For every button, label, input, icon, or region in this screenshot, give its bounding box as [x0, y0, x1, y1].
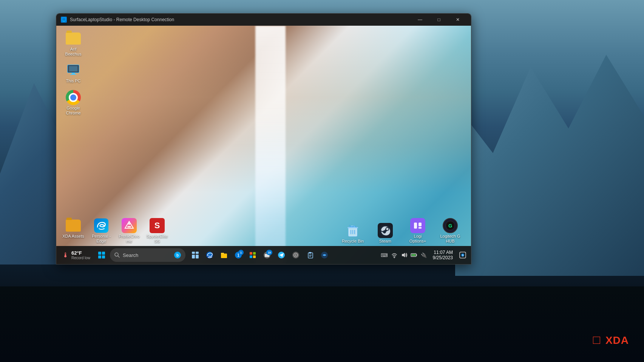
temperature: 62°F: [71, 250, 90, 256]
svg-rect-17: [419, 223, 422, 226]
folder-icon-xda: [66, 218, 81, 233]
store-icon: [249, 251, 256, 259]
svg-rect-7: [70, 74, 76, 75]
start-button[interactable]: [95, 248, 108, 262]
tray-charge-icon[interactable]: 🔌: [419, 248, 428, 262]
telegram-icon: [278, 251, 285, 259]
rdp-window: SurfaceLaptopStudio - Remote Desktop Con…: [56, 13, 471, 265]
desktop-icon-label: Logi Options+: [406, 234, 429, 244]
folder-icon-arif: [66, 31, 81, 46]
desktop-icon-personal-edge[interactable]: Personal - Edge: [88, 217, 114, 245]
svg-rect-24: [196, 252, 199, 254]
desktop-icon-chrome[interactable]: Google Chrome: [60, 88, 86, 117]
app-circle3-icon: [321, 251, 328, 259]
svg-rect-35: [253, 255, 256, 258]
taskbar-pinned-1[interactable]: 1 1: [232, 248, 245, 262]
title-bar-controls: — □ ✕: [411, 14, 466, 26]
weather-description: Record low: [71, 256, 90, 260]
minimize-button[interactable]: —: [411, 14, 429, 26]
desktop-icon-logitech-ghub[interactable]: G Logitech G HUB: [437, 217, 463, 245]
svg-rect-18: [419, 227, 422, 229]
taskbar-right: ⌨: [380, 248, 468, 262]
remote-desktop-area: Arif Beechus This PC: [56, 26, 471, 264]
weather-widget[interactable]: 🌡 62°F Record low: [59, 250, 93, 260]
title-bar: SurfaceLaptopStudio - Remote Desktop Con…: [56, 14, 471, 26]
taskbar-app-icons: 1 1: [188, 248, 331, 262]
svg-rect-1: [63, 21, 65, 22]
forest-decoration: [0, 286, 644, 362]
chrome-icon: [66, 90, 81, 105]
title-bar-text: SurfaceLaptopStudio - Remote Desktop Con…: [70, 17, 411, 22]
svg-line-22: [118, 256, 119, 257]
desktop-icon-label: SpyderElite SS: [145, 234, 169, 244]
file-explorer-icon: [220, 251, 228, 259]
spyder-icon: S: [150, 218, 165, 233]
search-bar[interactable]: Search b: [110, 248, 185, 262]
svg-rect-32: [250, 252, 252, 255]
svg-rect-13: [347, 227, 358, 228]
taskbar-clipboard[interactable]: [303, 248, 317, 262]
svg-rect-23: [192, 252, 195, 254]
desktop-icon-label: Personal - Edge: [90, 234, 113, 244]
desktop-icon-label: ProfileChrome: [117, 234, 141, 244]
taskbar-file-explorer[interactable]: [217, 248, 231, 262]
tray-keyboard-icon[interactable]: ⌨: [380, 248, 389, 262]
desktop-icon-this-pc[interactable]: This PC: [60, 61, 86, 85]
desktop-icons-bottom-row: XDA Assets Personal - Edge: [60, 217, 170, 245]
maximize-button[interactable]: □: [430, 14, 448, 26]
bing-icon: b: [174, 252, 181, 258]
taskbar-edge[interactable]: [203, 248, 216, 262]
wave-decoration: [255, 26, 286, 264]
desktop-icon-label: Recycle Bin: [342, 239, 364, 244]
desktop-icon-steam[interactable]: Steam: [372, 221, 398, 245]
notification-center-button[interactable]: S: [457, 248, 468, 262]
svg-text:S: S: [462, 254, 464, 257]
svg-rect-50: [411, 254, 415, 256]
taskbar: 🌡 62°F Record low: [56, 246, 471, 264]
taskbar-badge-19[interactable]: 19: [260, 248, 274, 262]
mountain-decoration-right: [455, 30, 644, 276]
svg-rect-34: [250, 255, 252, 258]
svg-rect-0: [62, 18, 66, 21]
desktop-icon-arif-beechus[interactable]: Arif Beechus: [60, 29, 86, 58]
clipboard-icon: [306, 251, 314, 259]
desktop-icon-label: Logitech G HUB: [439, 234, 462, 244]
system-clock[interactable]: 11:07 AM 9/25/2023: [430, 250, 456, 260]
clock-time: 11:07 AM: [434, 250, 453, 255]
svg-rect-26: [196, 255, 199, 258]
svg-rect-42: [308, 253, 313, 258]
taskbar-telegram[interactable]: [275, 248, 288, 262]
desktop-icon-label: Google Chrome: [62, 106, 85, 116]
svg-rect-16: [414, 223, 417, 229]
desktop-icons-left: Arif Beechus This PC: [60, 29, 86, 117]
app-circle1-icon: [292, 251, 300, 259]
taskbar-app-circle3[interactable]: [318, 248, 331, 262]
desktop-icon-xda-assets[interactable]: XDA Assets: [60, 217, 86, 245]
steam-icon: [378, 223, 393, 238]
svg-rect-5: [69, 66, 77, 71]
close-button[interactable]: ✕: [449, 14, 466, 26]
logitech-ghub-icon: G: [443, 218, 458, 233]
edge-icon: [94, 218, 109, 233]
tray-wifi-icon[interactable]: [390, 248, 399, 262]
taskbar-app-circle1[interactable]: [289, 248, 303, 262]
desktop-icon-label: This PC: [66, 79, 80, 84]
svg-rect-51: [416, 254, 417, 256]
svg-point-15: [386, 228, 388, 230]
logi-options-icon: [410, 218, 425, 233]
desktop-icon-spyder-elite[interactable]: S SpyderElite SS: [144, 217, 170, 245]
tray-volume-icon[interactable]: [400, 248, 409, 262]
rdp-app-icon: [61, 17, 67, 23]
profilechrome-icon: [122, 218, 137, 233]
desktop-icon-profilechrome[interactable]: ProfileChrome: [116, 217, 142, 245]
clock-date: 9/25/2023: [433, 255, 453, 260]
taskbar-microsoft-store[interactable]: [246, 248, 259, 262]
desktop-icon-recycle-bin[interactable]: Recycle Bin: [340, 221, 366, 245]
xda-logo-text: XDA: [605, 334, 629, 346]
taskbar-task-view[interactable]: [188, 248, 202, 262]
tray-battery-icon[interactable]: [409, 248, 419, 262]
desktop-icon-logi-options[interactable]: Logi Options+: [405, 217, 431, 245]
svg-rect-2: [62, 22, 65, 22]
desktop-icon-label: Steam: [379, 239, 391, 244]
svg-point-9: [128, 223, 130, 225]
